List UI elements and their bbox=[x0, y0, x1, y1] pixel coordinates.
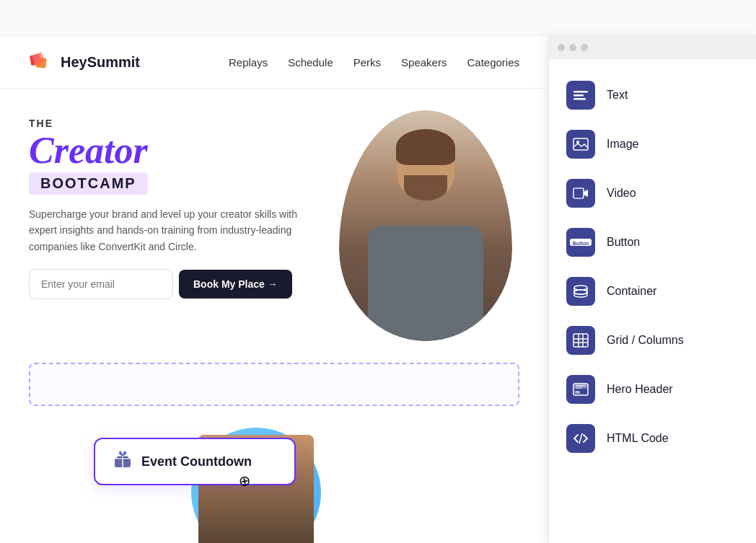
text-widget-icon bbox=[566, 81, 595, 110]
svg-rect-29 bbox=[575, 391, 580, 394]
creator-title: THE Creator BOOTCAMP bbox=[29, 118, 325, 195]
widget-panel: Text Image bbox=[548, 36, 756, 543]
hero-widget-label: Hero Header bbox=[607, 383, 673, 396]
nav-schedule[interactable]: Schedule bbox=[288, 56, 333, 69]
svg-rect-10 bbox=[573, 138, 588, 150]
hero-section: THE Creator BOOTCAMP Supercharge your br… bbox=[0, 89, 548, 363]
container-widget-icon bbox=[566, 277, 595, 306]
svg-rect-20 bbox=[573, 334, 588, 347]
widget-item-image[interactable]: Image bbox=[549, 120, 756, 169]
panel-dot-2 bbox=[569, 44, 576, 51]
svg-rect-8 bbox=[573, 94, 584, 97]
widget-item-grid[interactable]: Grid / Columns bbox=[549, 316, 756, 365]
widget-item-text[interactable]: Text bbox=[549, 71, 756, 120]
hero-description: Supercharge your brand and level up your… bbox=[29, 206, 317, 255]
hero-widget-icon bbox=[566, 375, 595, 404]
hero-left: THE Creator BOOTCAMP Supercharge your br… bbox=[29, 110, 325, 341]
button-widget-label: Button bbox=[607, 236, 640, 249]
creator-bootcamp-label: BOOTCAMP bbox=[29, 172, 148, 195]
image-widget-label: Image bbox=[607, 138, 638, 151]
widget-item-hero[interactable]: Hero Header bbox=[549, 365, 756, 414]
svg-point-19 bbox=[574, 290, 587, 294]
text-widget-label: Text bbox=[607, 89, 628, 102]
svg-rect-7 bbox=[573, 91, 588, 93]
button-widget-icon: Button bbox=[566, 228, 595, 257]
nav-speakers[interactable]: Speakers bbox=[401, 56, 447, 69]
html-widget-icon bbox=[566, 424, 595, 453]
svg-text:Button: Button bbox=[573, 241, 589, 246]
logo-area[interactable]: HeySummit bbox=[29, 49, 140, 75]
nav-categories[interactable]: Categories bbox=[467, 56, 519, 69]
grid-widget-label: Grid / Columns bbox=[607, 334, 684, 347]
logo-icon bbox=[29, 49, 55, 75]
countdown-label: Event Countdown bbox=[141, 454, 252, 469]
email-form: Book My Place → bbox=[29, 269, 325, 299]
logo-text: HeySummit bbox=[61, 54, 140, 71]
hero-person-image bbox=[339, 110, 512, 341]
event-countdown-widget[interactable]: Event Countdown ⊕ bbox=[94, 438, 296, 485]
widget-item-button[interactable]: Button Button bbox=[549, 218, 756, 267]
grid-widget-icon bbox=[566, 326, 595, 355]
nav-links: Replays Schedule Perks Speakers Categori… bbox=[229, 56, 519, 69]
creator-main-label: Creator bbox=[29, 132, 325, 169]
placeholder-drop-zone bbox=[29, 363, 519, 406]
nav-perks[interactable]: Perks bbox=[353, 56, 381, 69]
image-widget-icon bbox=[566, 130, 595, 159]
svg-point-18 bbox=[574, 286, 587, 290]
main-content: HeySummit Replays Schedule Perks Speaker… bbox=[0, 36, 548, 543]
email-input[interactable] bbox=[29, 269, 173, 299]
container-widget-label: Container bbox=[607, 285, 656, 298]
widget-item-video[interactable]: Video bbox=[549, 169, 756, 218]
book-place-button[interactable]: Book My Place → bbox=[179, 270, 292, 299]
video-widget-icon bbox=[566, 179, 595, 208]
html-widget-label: HTML Code bbox=[607, 432, 669, 445]
widget-item-container[interactable]: Container bbox=[549, 267, 756, 316]
widget-item-html[interactable]: HTML Code bbox=[549, 414, 756, 463]
top-bar bbox=[0, 0, 756, 36]
svg-line-30 bbox=[579, 433, 582, 443]
nav-replays[interactable]: Replays bbox=[229, 56, 268, 69]
drag-cursor: ⊕ bbox=[237, 472, 252, 491]
panel-dot-1 bbox=[558, 44, 565, 51]
countdown-icon bbox=[113, 449, 133, 474]
navbar: HeySummit Replays Schedule Perks Speaker… bbox=[0, 36, 548, 89]
panel-top-bar bbox=[549, 36, 756, 59]
panel-dot-3 bbox=[581, 44, 588, 51]
video-widget-label: Video bbox=[607, 187, 636, 200]
svg-rect-9 bbox=[573, 98, 586, 100]
hero-right bbox=[339, 110, 519, 341]
widget-list: Text Image bbox=[549, 59, 756, 474]
creator-the-label: THE bbox=[29, 118, 325, 129]
